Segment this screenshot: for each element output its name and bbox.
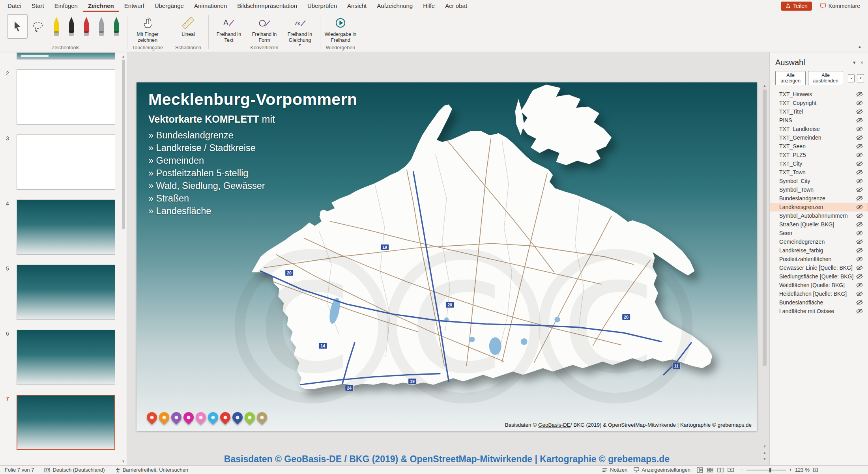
close-pane-button[interactable]: × — [860, 60, 863, 65]
layer-item[interactable]: Symbol_City — [770, 177, 868, 185]
map-pin[interactable] — [181, 410, 196, 425]
scroll-up-button[interactable]: ▲ — [762, 82, 768, 89]
pen-tool[interactable] — [49, 14, 64, 40]
visibility-toggle[interactable] — [855, 143, 863, 149]
notes-button[interactable]: Notizen — [602, 467, 627, 473]
slide-thumbnail[interactable]: 7 — [17, 395, 115, 450]
normal-view-button[interactable] — [697, 467, 703, 473]
layer-item[interactable]: TXT_Hinweis — [770, 90, 868, 99]
visibility-toggle[interactable] — [855, 126, 863, 132]
visibility-toggle[interactable] — [855, 91, 863, 97]
menu-tab[interactable]: Ansicht — [342, 0, 372, 12]
layer-item[interactable]: Bundeslandgrenze — [770, 194, 868, 203]
layer-item[interactable]: TXT_PLZ5 — [770, 151, 868, 159]
map-pin[interactable] — [206, 410, 221, 425]
visibility-toggle[interactable] — [855, 108, 863, 115]
scrollbar-thumb[interactable] — [122, 60, 125, 229]
layer-item[interactable]: Landkreisgrenzen — [770, 203, 868, 211]
map-pin[interactable] — [194, 410, 208, 425]
layer-item[interactable]: TXT_Copyright — [770, 99, 868, 107]
map-pin[interactable] — [169, 410, 184, 425]
visibility-toggle[interactable] — [855, 299, 863, 306]
zoom-slider-handle[interactable] — [769, 468, 771, 472]
map-pin[interactable] — [218, 410, 233, 425]
ruler-button[interactable]: Lineal — [171, 14, 205, 37]
select-tool-button[interactable] — [7, 14, 28, 39]
menu-tab[interactable]: Bildschirmpräsentation — [232, 0, 302, 12]
scrollbar-track[interactable] — [122, 60, 125, 458]
menu-tab[interactable]: Entwurf — [119, 0, 150, 12]
layer-item[interactable]: TXT_Landkreise — [770, 125, 868, 133]
layer-item[interactable]: TXT_Gemeinden — [770, 133, 868, 142]
hide-all-button[interactable]: Alle ausblenden — [808, 71, 843, 85]
visibility-toggle[interactable] — [855, 204, 863, 210]
pen-tool[interactable] — [64, 14, 79, 40]
slide-thumbnail[interactable]: 3 — [17, 134, 115, 190]
layer-item[interactable]: Straßen [Quelle: BKG] — [770, 220, 868, 229]
move-up-button[interactable]: ▴ — [848, 74, 855, 82]
layer-item[interactable]: Seen — [770, 229, 868, 237]
menu-tab[interactable]: Aufzeichnung — [372, 0, 418, 12]
visibility-toggle[interactable] — [855, 178, 863, 184]
pen-tool[interactable] — [109, 14, 124, 40]
zoom-in-button[interactable]: + — [789, 467, 792, 473]
visibility-toggle[interactable] — [855, 230, 863, 236]
slide-counter[interactable]: Folie 7 von 7 — [5, 467, 34, 473]
ink-to-text-button[interactable]: A Freihand in Text — [212, 14, 246, 43]
slide-sorter-view-button[interactable] — [707, 467, 713, 473]
scroll-down-button[interactable]: ▼ — [762, 443, 768, 450]
slide-title-block[interactable]: Mecklenburg-Vorpommern Vektorkarte KOMPL… — [148, 90, 357, 217]
visibility-toggle[interactable] — [855, 117, 863, 123]
pane-options-button[interactable]: ▾ — [853, 60, 856, 65]
visibility-toggle[interactable] — [855, 100, 863, 106]
map-pin[interactable] — [255, 410, 269, 425]
layer-item[interactable]: Gemeindegrenzen — [770, 237, 868, 246]
show-all-button[interactable]: Alle anzeigen — [775, 71, 806, 85]
scroll-up-button[interactable]: ▲ — [120, 53, 126, 60]
canvas-scrollbar[interactable]: ▲ ▼ ▲ ▼ — [761, 82, 768, 462]
ink-to-shape-button[interactable]: Freihand in Form — [247, 14, 281, 43]
layer-item[interactable]: TXT_Titel — [770, 107, 868, 116]
visibility-toggle[interactable] — [855, 291, 863, 297]
scrollbar-track[interactable] — [762, 89, 767, 443]
menu-tab[interactable]: Start — [26, 0, 49, 12]
zoom-slider[interactable] — [746, 470, 786, 470]
menu-tab[interactable]: Hilfe — [418, 0, 440, 12]
previous-slide-button[interactable]: ▲ — [762, 450, 768, 456]
layer-item[interactable]: TXT_Town — [770, 168, 868, 177]
slide-thumbnail[interactable]: 2 — [17, 69, 115, 125]
scrollbar-thumb[interactable] — [763, 90, 767, 366]
layer-item[interactable]: Landfläche mit Ostsee — [770, 307, 868, 315]
layer-item[interactable]: Bundeslandfläche — [770, 298, 868, 307]
layer-item[interactable]: PINS — [770, 116, 868, 125]
map-pin[interactable] — [157, 410, 172, 425]
visibility-toggle[interactable] — [855, 187, 863, 193]
visibility-toggle[interactable] — [855, 247, 863, 254]
layer-item[interactable]: Heideflächen [Quelle: BKG] — [770, 289, 868, 298]
map-pin[interactable] — [243, 410, 257, 425]
visibility-toggle[interactable] — [855, 256, 863, 262]
visibility-toggle[interactable] — [855, 160, 863, 167]
move-down-button[interactable]: ▾ — [857, 74, 864, 82]
next-slide-button[interactable]: ▼ — [762, 456, 768, 462]
pen-tool[interactable] — [94, 14, 109, 40]
visibility-toggle[interactable] — [855, 273, 863, 280]
zoom-out-button[interactable]: − — [740, 467, 743, 473]
visibility-toggle[interactable] — [855, 265, 863, 271]
menu-tab[interactable]: Zeichnen — [83, 0, 119, 12]
slide-canvas[interactable]: 20 19 20 20 19 24 14 11 — [127, 52, 769, 465]
visibility-toggle[interactable] — [855, 239, 863, 245]
thumbnails-scrollbar[interactable]: ▲ ▼ — [120, 53, 126, 465]
layer-item[interactable]: Landkreise_farbig — [770, 246, 868, 255]
accessibility-button[interactable]: Barrierefreiheit: Untersuchen — [115, 467, 188, 473]
slide-thumbnail[interactable]: 5 — [17, 265, 115, 320]
layer-item[interactable]: Symbol_Town — [770, 185, 868, 194]
comments-button[interactable]: Kommentare — [817, 2, 862, 9]
visibility-toggle[interactable] — [855, 282, 863, 288]
slide-thumbnail[interactable] — [17, 52, 115, 60]
map-attribution[interactable]: Basisdaten © GeoBasis-DE/ BKG (2019) & O… — [505, 422, 752, 428]
slideshow-view-button[interactable] — [728, 467, 734, 473]
visibility-toggle[interactable] — [855, 221, 863, 228]
reading-view-button[interactable] — [717, 467, 724, 473]
slide-thumbnail[interactable]: 6 — [17, 330, 115, 385]
